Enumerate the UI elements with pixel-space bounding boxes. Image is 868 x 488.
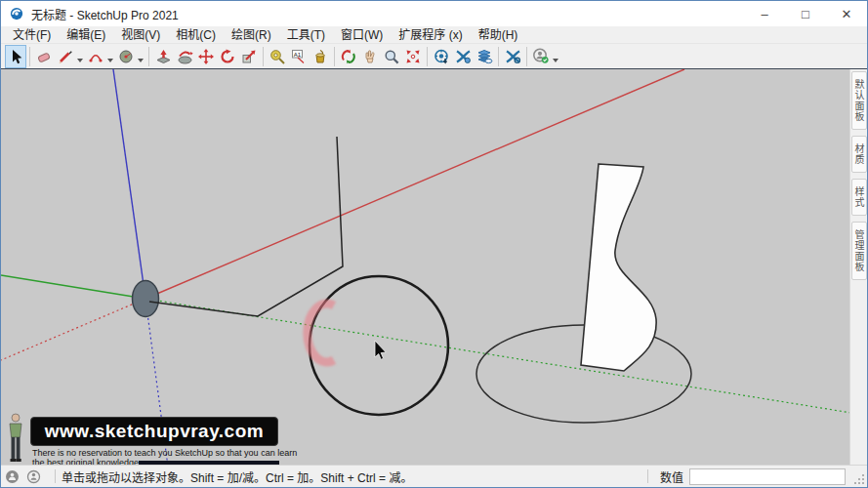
selection-highlight-arc (308, 304, 334, 362)
share-model-icon (476, 49, 493, 64)
measurement-label: 数值 (660, 468, 683, 485)
menu-camera[interactable]: 相机(C) (168, 26, 224, 44)
statusbar-separator (647, 469, 648, 483)
tray-tab-materials[interactable]: 材质 (851, 136, 867, 173)
arc-tool-button[interactable] (85, 45, 106, 68)
extension-manager-button[interactable] (452, 45, 474, 68)
tray-strip: 默认面板 材质 样式 管理面板 (849, 69, 867, 465)
menu-tools[interactable]: 工具(T) (279, 26, 333, 44)
toolbar-separator (263, 47, 264, 66)
scale-tool-button[interactable] (238, 45, 260, 68)
text-tool-button[interactable]: A1 (288, 45, 310, 68)
account-icon (532, 48, 550, 64)
paint-bucket-button[interactable] (310, 45, 331, 68)
scene-canvas (1, 69, 851, 467)
line-tool-button[interactable] (55, 45, 76, 68)
toolbar-separator (427, 47, 428, 66)
menu-file[interactable]: 文件(F) (5, 26, 59, 44)
line-tool-dropdown[interactable] (77, 59, 83, 62)
toolbar: A1 (1, 44, 867, 69)
watermark-site: www.sketchupvray.com (45, 421, 264, 442)
account-dropdown[interactable] (553, 59, 558, 62)
text-icon: A1 (291, 49, 307, 64)
circle-icon (118, 49, 134, 64)
maximize-button[interactable]: □ (785, 1, 826, 26)
red-axis-dotted[interactable] (1, 299, 145, 360)
share-model-button[interactable] (474, 45, 495, 68)
extension-tools-button[interactable] (502, 45, 523, 68)
model-viewport[interactable]: www.sketchupvray.com There is no reserva… (1, 69, 849, 465)
followme-tool-button[interactable] (174, 45, 195, 68)
extension-warehouse-button[interactable] (431, 45, 452, 68)
pushpull-tool-button[interactable] (152, 45, 174, 68)
extension-warehouse-icon (434, 49, 450, 64)
eraser-icon (36, 49, 52, 64)
toolbar-separator (498, 47, 499, 66)
status-hint: 单击或拖动以选择对象。Shift = 加/减。Ctrl = 加。Shift + … (62, 468, 412, 485)
pan-tool-button[interactable] (359, 45, 381, 68)
rotate-tool-button[interactable] (217, 45, 238, 68)
titlebar: 无标题 - SketchUp Pro 2021 – □ ✕ (1, 1, 867, 26)
tape-measure-icon (269, 49, 285, 64)
orbit-icon (341, 49, 356, 64)
menu-extensions[interactable]: 扩展程序 (x) (391, 26, 470, 44)
select-tool-button[interactable] (5, 45, 26, 68)
scale-figure-icon (5, 413, 26, 466)
scale-icon (241, 49, 257, 64)
main-area: www.sketchupvray.com There is no reserva… (1, 69, 867, 465)
zoom-tool-button[interactable] (381, 45, 402, 68)
followme-icon (177, 49, 193, 64)
menu-view[interactable]: 视图(V) (113, 26, 168, 44)
origin-sphere[interactable] (133, 281, 159, 317)
vase-profile[interactable] (581, 164, 656, 371)
eraser-tool-button[interactable] (33, 45, 55, 68)
close-button[interactable]: ✕ (826, 1, 867, 26)
pan-icon (362, 49, 378, 64)
move-tool-button[interactable] (195, 45, 217, 68)
move-icon (198, 49, 214, 64)
credits-icon[interactable] (26, 469, 41, 484)
menubar: 文件(F) 编辑(E) 视图(V) 相机(C) 绘图(R) 工具(T) 窗口(W… (1, 26, 867, 44)
tape-measure-button[interactable] (267, 45, 288, 68)
menu-window[interactable]: 窗口(W) (333, 26, 391, 44)
circle-tool-dropdown[interactable] (138, 59, 144, 62)
geolocation-icon[interactable] (5, 469, 20, 484)
sketchup-window: 无标题 - SketchUp Pro 2021 – □ ✕ 文件(F) 编辑(E… (0, 0, 868, 488)
text-tool-label: A1 (294, 51, 302, 57)
watermark-line1: There is no reservation to teach you Ske… (32, 448, 297, 458)
toolbar-separator (526, 47, 527, 66)
menu-help[interactable]: 帮助(H) (471, 26, 526, 44)
line-icon (58, 49, 73, 64)
app-logo-icon (10, 7, 23, 20)
tray-tab-styles[interactable]: 样式 (851, 179, 867, 216)
statusbar-separator (55, 469, 56, 483)
arc-icon (88, 49, 103, 64)
blue-axis-solid[interactable] (113, 69, 145, 299)
toolbar-separator (148, 47, 149, 66)
rotate-icon (220, 49, 235, 64)
minimize-button[interactable]: – (744, 1, 785, 26)
circle-tool-button[interactable] (115, 45, 137, 68)
window-title: 无标题 - SketchUp Pro 2021 (31, 6, 179, 22)
menu-draw[interactable]: 绘图(R) (224, 26, 279, 44)
tray-tab-manage-panel[interactable]: 管理面板 (851, 222, 867, 280)
extension-manager-icon (455, 49, 472, 64)
pushpull-icon (155, 49, 172, 64)
extension-tools-icon (505, 49, 521, 64)
select-icon (8, 49, 23, 64)
mouse-cursor (375, 341, 386, 359)
arc-tool-dropdown[interactable] (107, 59, 113, 62)
orbit-tool-button[interactable] (338, 45, 359, 68)
zoom-extents-button[interactable] (402, 45, 424, 68)
measurement-input[interactable] (689, 468, 846, 485)
green-axis-solid[interactable] (1, 275, 145, 299)
zoom-icon (384, 49, 399, 64)
statusbar: 单击或拖动以选择对象。Shift = 加/减。Ctrl = 加。Shift + … (1, 465, 867, 487)
account-button[interactable] (530, 45, 552, 68)
zoom-extents-icon (405, 49, 421, 64)
paint-bucket-icon (312, 49, 328, 64)
menu-edit[interactable]: 编辑(E) (59, 26, 113, 44)
tray-tab-default-panel[interactable]: 默认面板 (851, 71, 867, 130)
toolbar-separator (334, 47, 335, 66)
resize-grip[interactable] (853, 473, 865, 485)
